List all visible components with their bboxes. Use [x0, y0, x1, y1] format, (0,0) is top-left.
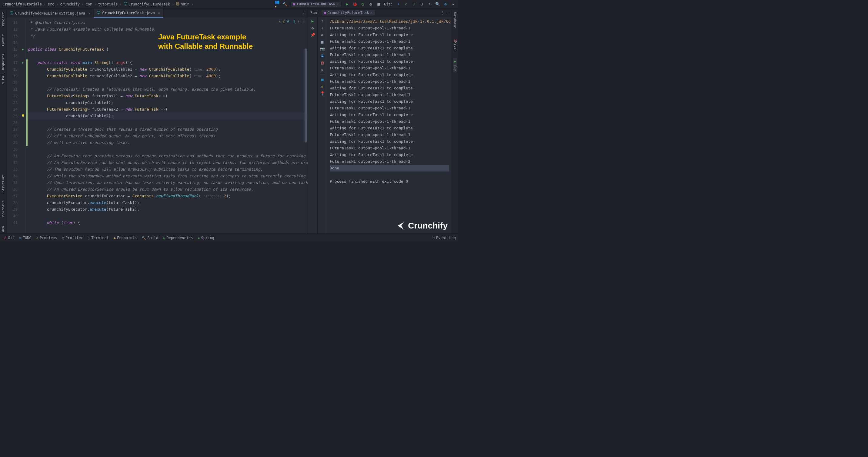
console-output[interactable]: /Library/Java/JavaVirtualMachines/jdk-17… [327, 17, 452, 233]
wrap-icon[interactable]: ⇄ [321, 33, 324, 37]
left-tool-stripe: Project Commit ⊙ Pull Requests Structure… [0, 8, 7, 233]
git-commit-icon[interactable]: ✓ [404, 2, 408, 7]
git-label: Git: [384, 2, 393, 6]
typo-icon[interactable]: Aˇ 1 [287, 20, 295, 23]
tab-label: CrunchifyAddNewLineToString.java [15, 11, 85, 16]
up-icon[interactable]: ↑ [321, 19, 324, 23]
run-title: Run: [310, 10, 319, 15]
editor-scrollbar[interactable] [304, 18, 308, 233]
tool-maven[interactable]: ⓜ Maven [453, 35, 457, 53]
tool-project[interactable]: Project [1, 11, 5, 27]
status-bar: ⎇Git ☑TODO ⚠Problems ◷Profiler ▢Terminal… [0, 233, 458, 242]
scrollbar-thumb[interactable] [305, 49, 307, 143]
git-push-icon[interactable]: ↗ [411, 2, 416, 7]
search-icon[interactable]: 🔍 [435, 2, 440, 7]
breadcrumb-method[interactable]: ⓜ main [176, 1, 189, 7]
profile-button[interactable]: ◷ [368, 2, 373, 7]
breadcrumbs: CrunchifyTutorials› src› crunchify› com›… [2, 1, 194, 7]
right-tool-stripe: Database ⓜ Maven ▶ Run [452, 8, 458, 233]
toolbar-right: 👥▾ 🔨 ▣ CRUNCHIFYFUTURETASK ▾ ▶ 🐞 ◔ ◷ ■ G… [275, 1, 456, 7]
code-with-me-icon[interactable]: 👥▾ [275, 2, 279, 7]
tool-run[interactable]: ▶ Run [453, 58, 457, 73]
tool-commit[interactable]: Commit [1, 33, 5, 47]
breadcrumb-tutorials[interactable]: tutorials [98, 2, 118, 6]
tab-label: CrunchifyFutureTask.java [102, 11, 155, 15]
tool-structure[interactable]: Structure [1, 173, 5, 194]
run-configuration-selector[interactable]: ▣ CRUNCHIFYFUTURETASK ▾ [290, 1, 342, 7]
breadcrumb-src[interactable]: src [48, 2, 54, 6]
close-icon[interactable]: × [88, 11, 90, 16]
print-icon[interactable]: 🖶 [320, 54, 324, 58]
stop-button[interactable]: ■ [376, 2, 381, 7]
pin2-icon[interactable]: 📍 [320, 91, 325, 96]
bottom-spring[interactable]: ❀Spring [197, 236, 214, 240]
breadcrumb-class[interactable]: Ⓒ CrunchifyFutureTask [124, 1, 170, 7]
export-icon[interactable]: ⇱ [321, 68, 324, 72]
minimize-icon[interactable]: — [447, 10, 449, 15]
debug-button[interactable]: 🐞 [352, 2, 357, 7]
git-rollback-icon[interactable]: ⟲ [427, 2, 432, 7]
editor-tabs: Ⓒ CrunchifyAddNewLineToString.java × Ⓒ C… [7, 8, 308, 18]
rerun-icon[interactable]: ▶ [312, 19, 314, 23]
inspections-widget[interactable]: ⚠ 2 Aˇ 1 ↑ ↓ [279, 20, 304, 23]
bottom-problems[interactable]: ⚠Problems [36, 236, 57, 240]
navigation-bar: CrunchifyTutorials› src› crunchify› com›… [0, 0, 458, 8]
ide-settings-icon[interactable]: ⚙ [443, 2, 448, 7]
breadcrumb-com[interactable]: com [86, 2, 92, 6]
fold-gutter[interactable]: ▶▶💡 [20, 18, 26, 233]
run-tab[interactable]: ▣ CrunchifyFutureTask × [321, 10, 375, 16]
run-left-toolbar: ▶ ⚙ 📌 [308, 17, 318, 233]
run-button[interactable]: ▶ [345, 2, 349, 7]
run-options-icon[interactable]: ⋮ [441, 10, 444, 15]
run-header: Run: ▣ CrunchifyFutureTask × ⋮ — [308, 8, 452, 17]
layout-icon[interactable]: ▦ [321, 77, 324, 82]
code-editor[interactable]: 1112131415161718192021222324252627282930… [7, 18, 308, 233]
line-number-gutter: 1112131415161718192021222324252627282930… [7, 18, 20, 233]
run-tool-window: Run: ▣ CrunchifyFutureTask × ⋮ — ▶ ⚙ 📌 ↑… [308, 8, 452, 233]
run-config-icon: ▣ [324, 10, 326, 15]
build-icon[interactable]: 🔨 [282, 2, 287, 7]
filter-icon[interactable]: ▯ [321, 84, 324, 89]
settings-icon[interactable]: ⚙ [312, 26, 314, 30]
code-content[interactable]: * @author Crunchify.com * Java FutureTas… [28, 18, 308, 233]
breadcrumb-project[interactable]: CrunchifyTutorials [2, 2, 42, 6]
editor-area: Ⓒ CrunchifyAddNewLineToString.java × Ⓒ C… [7, 8, 308, 233]
tab-addnewline[interactable]: Ⓒ CrunchifyAddNewLineToString.java × [7, 8, 94, 18]
git-history-icon[interactable]: ↺ [420, 2, 424, 7]
bottom-todo[interactable]: ☑TODO [20, 236, 32, 240]
screenshot-icon[interactable]: 📷 [320, 47, 325, 51]
bottom-build[interactable]: 🔨Build [142, 236, 158, 240]
prev-highlight-icon[interactable]: ↑ [298, 20, 300, 23]
tool-pull-requests[interactable]: ⊙ Pull Requests [1, 53, 5, 85]
bottom-event-log[interactable]: ◌Event Log [433, 236, 456, 240]
tab-options-icon[interactable]: ⋮ [299, 8, 308, 18]
bottom-dependencies[interactable]: ⊞Dependencies [163, 236, 193, 240]
java-class-icon: Ⓒ [97, 10, 100, 16]
next-highlight-icon[interactable]: ↓ [302, 20, 304, 23]
bottom-endpoints[interactable]: ◈Endpoints [114, 236, 137, 240]
git-update-icon[interactable]: ⬇ [396, 2, 401, 7]
breadcrumb-crunchify[interactable]: crunchify [60, 2, 80, 6]
tool-bookmarks[interactable]: Bookmarks [1, 199, 5, 220]
bottom-terminal[interactable]: ▢Terminal [88, 236, 109, 240]
close-icon[interactable]: × [370, 10, 372, 15]
pin-icon[interactable]: 📌 [310, 33, 315, 37]
close-icon[interactable]: × [158, 11, 160, 15]
bottom-git[interactable]: ⎇Git [2, 236, 14, 240]
tool-database[interactable]: Database [453, 11, 457, 29]
run-second-toolbar: ↑ ↓ ⇄ ■ 📷 🖶 🗑 ⇱ ▦ ▯ 📍 [318, 17, 327, 233]
java-class-icon: Ⓒ [10, 10, 13, 16]
tab-futuretask[interactable]: Ⓒ CrunchifyFutureTask.java × [94, 8, 163, 18]
warning-icon[interactable]: ⚠ 2 [279, 20, 285, 23]
delete-icon[interactable]: 🗑 [320, 61, 324, 65]
stop-icon[interactable]: ■ [321, 40, 324, 44]
tool-web[interactable]: Web [1, 225, 5, 233]
down-icon[interactable]: ↓ [321, 26, 324, 30]
show-icon[interactable]: ▸ [451, 2, 456, 7]
coverage-button[interactable]: ◔ [360, 2, 365, 7]
bottom-profiler[interactable]: ◷Profiler [62, 236, 83, 240]
